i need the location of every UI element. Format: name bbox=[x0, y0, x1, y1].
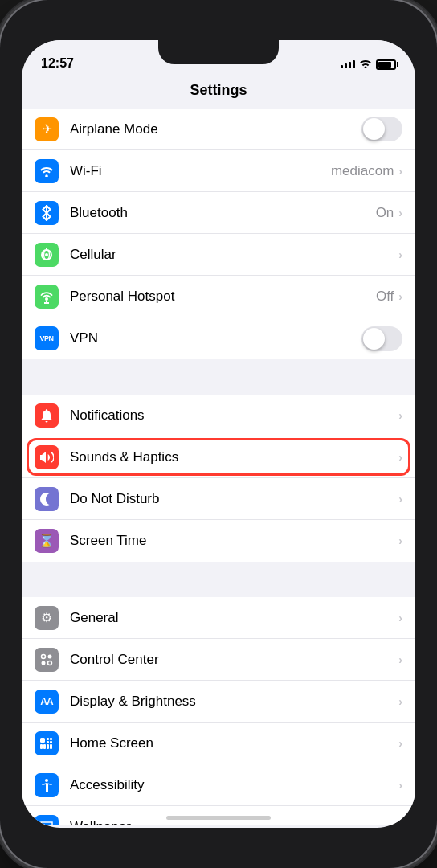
notifications-icon bbox=[35, 403, 59, 428]
svg-rect-15 bbox=[50, 738, 52, 740]
home-bar bbox=[166, 816, 271, 820]
svg-point-12 bbox=[48, 661, 52, 665]
control-center-icon bbox=[35, 648, 59, 672]
bluetooth-row[interactable]: Bluetooth On › bbox=[22, 192, 415, 234]
svg-point-0 bbox=[365, 67, 367, 69]
sounds-haptics-label: Sounds & Haptics bbox=[70, 449, 398, 465]
notifications-section: Notifications › Sounds & Haptics › bbox=[22, 395, 415, 562]
accessibility-label: Accessibility bbox=[70, 777, 398, 793]
bluetooth-icon bbox=[35, 201, 59, 225]
bluetooth-chevron-icon: › bbox=[398, 207, 402, 219]
settings-list: ✈ Airplane Mode bbox=[22, 108, 415, 825]
control-center-row[interactable]: Control Center › bbox=[22, 639, 415, 681]
dnd-label: Do Not Disturb bbox=[70, 491, 398, 507]
cellular-label: Cellular bbox=[70, 247, 398, 263]
wifi-label: Wi-Fi bbox=[70, 163, 331, 179]
hotspot-value: Off bbox=[376, 289, 394, 305]
vpn-icon: VPN bbox=[35, 326, 59, 350]
wifi-chevron-icon: › bbox=[398, 165, 402, 178]
svg-point-3 bbox=[45, 253, 48, 256]
dnd-chevron-icon: › bbox=[398, 493, 402, 506]
vpn-toggle[interactable] bbox=[361, 326, 402, 351]
screentime-row[interactable]: ⌛ Screen Time › bbox=[22, 520, 415, 562]
display-brightness-chevron-icon: › bbox=[398, 695, 402, 708]
accessibility-icon bbox=[35, 773, 59, 797]
screentime-label: Screen Time bbox=[70, 533, 398, 549]
airplane-mode-row[interactable]: ✈ Airplane Mode bbox=[22, 108, 415, 150]
vpn-label: VPN bbox=[70, 330, 361, 346]
svg-rect-14 bbox=[47, 738, 49, 740]
display-brightness-icon: AA bbox=[35, 690, 59, 714]
svg-point-6 bbox=[45, 297, 48, 301]
phone-frame: 12:57 bbox=[0, 0, 437, 868]
signal-bar-3 bbox=[349, 62, 351, 68]
svg-rect-17 bbox=[50, 741, 52, 743]
accessibility-chevron-icon: › bbox=[398, 779, 402, 792]
general-row[interactable]: ⚙ General › bbox=[22, 597, 415, 639]
signal-bars-icon bbox=[341, 60, 355, 68]
section-separator-2 bbox=[22, 568, 415, 597]
cellular-row[interactable]: Cellular › bbox=[22, 234, 415, 276]
bluetooth-label: Bluetooth bbox=[70, 205, 376, 221]
svg-point-22 bbox=[45, 779, 48, 782]
wifi-row[interactable]: Wi-Fi mediacom › bbox=[22, 150, 415, 192]
svg-point-23 bbox=[43, 824, 45, 825]
general-icon: ⚙ bbox=[35, 606, 59, 630]
general-label: General bbox=[70, 610, 398, 626]
airplane-mode-toggle[interactable] bbox=[361, 117, 402, 141]
control-center-chevron-icon: › bbox=[398, 653, 402, 666]
svg-point-10 bbox=[48, 654, 52, 658]
accessibility-row[interactable]: Accessibility › bbox=[22, 764, 415, 806]
screentime-icon: ⌛ bbox=[35, 529, 59, 553]
homescreen-chevron-icon: › bbox=[398, 737, 402, 750]
cellular-chevron-icon: › bbox=[398, 248, 402, 261]
wallpaper-chevron-icon: › bbox=[398, 821, 402, 825]
connectivity-section: ✈ Airplane Mode bbox=[22, 108, 415, 359]
wallpaper-icon bbox=[35, 815, 59, 825]
wallpaper-label: Wallpaper bbox=[70, 819, 398, 825]
airplane-mode-toggle-knob bbox=[363, 118, 385, 140]
airplane-mode-icon: ✈ bbox=[35, 117, 59, 141]
display-brightness-row[interactable]: AA Display & Brightness › bbox=[22, 681, 415, 723]
page-title: Settings bbox=[22, 76, 415, 108]
wifi-status-icon bbox=[359, 58, 372, 71]
vpn-toggle-knob bbox=[363, 328, 385, 350]
airplane-mode-label: Airplane Mode bbox=[70, 121, 361, 137]
control-center-label: Control Center bbox=[70, 652, 398, 668]
notch bbox=[158, 40, 279, 64]
svg-point-11 bbox=[42, 661, 46, 665]
vpn-row[interactable]: VPN VPN bbox=[22, 317, 415, 359]
status-time: 12:57 bbox=[41, 56, 74, 71]
svg-point-9 bbox=[42, 654, 46, 658]
sounds-icon bbox=[35, 445, 59, 469]
status-icons bbox=[341, 58, 396, 71]
bluetooth-value: On bbox=[376, 205, 394, 221]
hotspot-row[interactable]: Personal Hotspot Off › bbox=[22, 276, 415, 317]
svg-rect-16 bbox=[47, 741, 49, 743]
homescreen-icon bbox=[35, 731, 59, 755]
notifications-label: Notifications bbox=[70, 407, 398, 424]
hotspot-chevron-icon: › bbox=[398, 290, 402, 303]
phone-screen: 12:57 bbox=[22, 40, 415, 828]
signal-bar-1 bbox=[341, 65, 343, 68]
homescreen-row[interactable]: Home Screen › bbox=[22, 723, 415, 764]
svg-rect-21 bbox=[50, 744, 52, 749]
battery-fill bbox=[378, 62, 391, 68]
homescreen-label: Home Screen bbox=[70, 735, 398, 751]
screentime-chevron-icon: › bbox=[398, 534, 402, 547]
svg-rect-18 bbox=[40, 744, 43, 749]
dnd-row[interactable]: Do Not Disturb › bbox=[22, 478, 415, 520]
signal-bar-2 bbox=[345, 63, 347, 68]
cellular-icon bbox=[35, 243, 59, 267]
display-brightness-label: Display & Brightness bbox=[70, 694, 398, 710]
sounds-haptics-row[interactable]: Sounds & Haptics › bbox=[22, 436, 415, 478]
dnd-icon bbox=[35, 487, 59, 511]
wifi-value: mediacom bbox=[331, 163, 394, 179]
section-separator-1 bbox=[22, 366, 415, 395]
notifications-row[interactable]: Notifications › bbox=[22, 395, 415, 436]
svg-point-1 bbox=[45, 174, 48, 177]
wifi-icon bbox=[35, 159, 59, 183]
sounds-chevron-icon: › bbox=[398, 451, 402, 464]
hotspot-label: Personal Hotspot bbox=[70, 289, 376, 305]
system-section: ⚙ General › Control Cen bbox=[22, 597, 415, 825]
